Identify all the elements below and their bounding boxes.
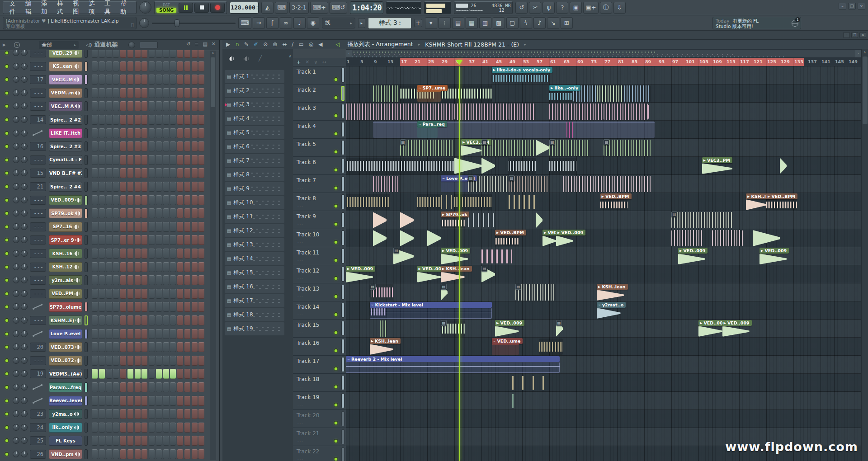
track-header[interactable]: Track 11··· xyxy=(293,247,346,265)
channel-enable-led[interactable] xyxy=(5,211,9,216)
track-enable-led[interactable] xyxy=(334,77,338,82)
playlist-clip[interactable]: ~Kickstart - Mix level xyxy=(370,302,492,319)
playlist-clip[interactable]: ▤ xyxy=(393,248,414,265)
step-cell[interactable] xyxy=(127,329,133,339)
channel-volume-knob[interactable] xyxy=(21,317,28,324)
channel-volume-knob[interactable] xyxy=(21,290,28,297)
step-cell[interactable] xyxy=(170,61,176,71)
step-cell[interactable] xyxy=(170,141,176,151)
channel-enable-led[interactable] xyxy=(5,278,9,282)
step-cell[interactable] xyxy=(127,75,133,85)
step-cell[interactable] xyxy=(92,436,98,446)
step-cell[interactable] xyxy=(106,101,112,111)
step-cell[interactable] xyxy=(177,275,183,285)
playlist-clip[interactable]: ▤ xyxy=(441,284,448,301)
step-cell[interactable] xyxy=(127,141,133,151)
channel-target-number[interactable]: --- xyxy=(30,289,46,298)
step-cell[interactable] xyxy=(106,382,112,392)
scroll-right-icon[interactable]: › xyxy=(855,50,861,57)
playlist-clip[interactable] xyxy=(512,392,516,409)
playlist-clip[interactable] xyxy=(536,139,549,156)
playlist-clip[interactable] xyxy=(468,212,495,229)
playlist-clip[interactable] xyxy=(417,193,441,211)
step-cell[interactable] xyxy=(142,101,147,111)
delete-tool-icon[interactable]: ⊘ xyxy=(263,41,268,47)
channel-target-number[interactable]: --- xyxy=(30,356,46,365)
step-cell[interactable] xyxy=(192,302,198,312)
track-enable-led[interactable] xyxy=(334,240,338,245)
step-cell[interactable] xyxy=(135,315,141,325)
pattern-item[interactable]: ▤样式 3 xyxy=(225,98,284,111)
metronome-2-icon[interactable]: ♩ xyxy=(293,17,306,29)
step-cell[interactable] xyxy=(170,155,176,165)
track-header[interactable]: Track 16··· xyxy=(293,338,346,356)
step-cell[interactable] xyxy=(149,302,155,312)
step-cell[interactable] xyxy=(135,302,141,312)
step-cell[interactable] xyxy=(198,449,204,459)
step-cell[interactable] xyxy=(184,168,190,178)
channel-volume-knob[interactable] xyxy=(21,197,28,203)
playlist-clip[interactable]: ▶VED..009 xyxy=(346,266,373,283)
step-cell[interactable] xyxy=(106,302,112,312)
step-cell[interactable] xyxy=(192,115,198,125)
step-cell[interactable] xyxy=(113,222,119,232)
pattern-item[interactable]: ▤样式 10 xyxy=(225,196,284,209)
channel-pan-knob[interactable] xyxy=(13,130,19,136)
step-cell[interactable] xyxy=(149,195,155,205)
step-cell[interactable] xyxy=(106,423,112,433)
menu-item-编辑[interactable]: 编辑 xyxy=(23,0,38,16)
step-cell[interactable] xyxy=(120,141,126,151)
tap-tempo-icon[interactable]: ♪ xyxy=(533,17,546,29)
step-cell[interactable] xyxy=(177,141,183,151)
step-cell[interactable] xyxy=(113,208,119,218)
playlist-clip[interactable] xyxy=(604,103,648,120)
step-cell[interactable] xyxy=(170,115,176,125)
step-cell[interactable] xyxy=(170,50,176,58)
track-header[interactable]: Track 19··· xyxy=(293,392,346,410)
step-cell[interactable] xyxy=(135,195,141,205)
step-cell[interactable] xyxy=(92,382,98,392)
pattern-item[interactable]: ▤样式 17 xyxy=(225,294,284,307)
channel-rack-view-icon[interactable]: ▥ xyxy=(479,17,491,29)
track-header[interactable]: Track 4··· xyxy=(293,121,346,139)
step-cell[interactable] xyxy=(135,382,141,392)
playlist-clip[interactable] xyxy=(533,374,536,391)
step-cell[interactable] xyxy=(149,369,155,379)
playlist-clip[interactable]: ▶VED..009 xyxy=(495,320,519,337)
channel-volume-knob[interactable] xyxy=(21,169,28,176)
step-cell[interactable] xyxy=(192,356,198,366)
step-cell[interactable] xyxy=(127,275,133,285)
step-cell[interactable] xyxy=(198,115,204,125)
step-cell[interactable] xyxy=(170,436,176,446)
step-cell[interactable] xyxy=(106,369,112,379)
countdown-icon[interactable]: 3·2·1 xyxy=(289,2,309,14)
step-cell[interactable] xyxy=(184,182,190,192)
track-enable-led[interactable] xyxy=(334,258,338,263)
step-cell[interactable] xyxy=(177,50,183,58)
typing-to-piano-icon[interactable]: ⌨ xyxy=(238,17,251,29)
step-cell[interactable] xyxy=(149,449,155,459)
menu-item-选项[interactable]: 选项 xyxy=(86,0,101,16)
step-cell[interactable] xyxy=(92,182,98,192)
scroll-left-icon[interactable]: ‹ xyxy=(346,50,352,57)
playlist-clip[interactable] xyxy=(373,212,387,229)
channel-swatch[interactable] xyxy=(85,50,88,58)
step-cell[interactable] xyxy=(198,329,204,339)
step-cell[interactable] xyxy=(184,342,190,352)
step-cell[interactable] xyxy=(163,289,169,299)
step-cell[interactable] xyxy=(99,115,105,125)
channel-enable-led[interactable] xyxy=(5,345,9,349)
playlist-clip[interactable]: ~VED..ume xyxy=(492,338,519,355)
step-cell[interactable] xyxy=(177,61,183,71)
step-cell[interactable] xyxy=(113,155,119,165)
channel-enable-led[interactable] xyxy=(5,104,9,108)
channel-pan-knob[interactable] xyxy=(13,424,19,431)
step-cell[interactable] xyxy=(99,208,105,218)
channel-target-number[interactable]: --- xyxy=(30,235,46,245)
step-cell[interactable] xyxy=(177,115,183,125)
step-cell[interactable] xyxy=(92,222,98,232)
channel-enable-led[interactable] xyxy=(5,385,9,390)
step-cell[interactable] xyxy=(163,168,169,178)
channel-volume-knob[interactable] xyxy=(21,236,28,243)
step-cell[interactable] xyxy=(99,75,105,85)
